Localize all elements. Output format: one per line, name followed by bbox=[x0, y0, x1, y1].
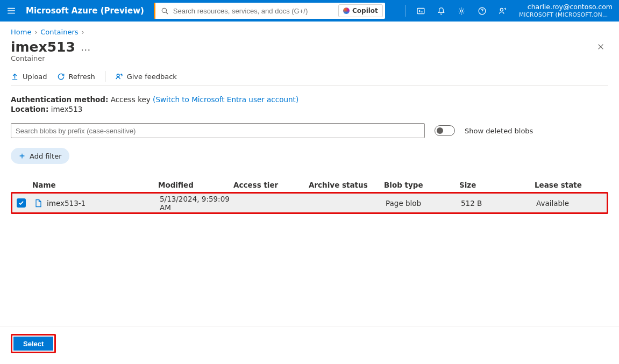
cloud-shell-icon bbox=[416, 6, 425, 16]
location-label: Location: bbox=[11, 105, 48, 113]
brand-title[interactable]: Microsoft Azure (Preview) bbox=[23, 6, 154, 16]
svg-point-5 bbox=[117, 74, 119, 76]
add-filter-button[interactable]: Add filter bbox=[11, 148, 69, 164]
feedback-icon bbox=[115, 73, 123, 81]
title-more-button[interactable]: ⋯ bbox=[81, 39, 91, 55]
cell-lease-state: Available bbox=[536, 199, 611, 208]
separator bbox=[405, 5, 406, 17]
col-blob-type[interactable]: Blob type bbox=[384, 181, 459, 189]
cell-size: 512 B bbox=[461, 199, 536, 208]
copilot-button[interactable]: Copilot bbox=[338, 4, 383, 17]
breadcrumb-containers[interactable]: Containers bbox=[40, 28, 78, 36]
account-tenant: MICROSOFT (MICROSOFT.ONMI… bbox=[519, 11, 613, 18]
upload-button[interactable]: Upload bbox=[11, 72, 47, 82]
page-body: Home › Containers › imex513 ⋯ Container … bbox=[0, 22, 619, 364]
help-icon bbox=[478, 6, 487, 16]
page-subtitle: Container bbox=[11, 54, 608, 62]
breadcrumb: Home › Containers › bbox=[11, 22, 608, 39]
search-icon bbox=[161, 7, 169, 15]
show-deleted-label: Show deleted blobs bbox=[465, 127, 533, 135]
bell-icon bbox=[437, 6, 446, 16]
global-search[interactable]: Copilot bbox=[154, 3, 385, 19]
cell-blob-type: Page blob bbox=[386, 199, 461, 208]
blob-table: Name Modified Access tier Archive status… bbox=[11, 178, 608, 214]
close-icon bbox=[597, 43, 604, 51]
col-access-tier[interactable]: Access tier bbox=[233, 181, 309, 189]
auth-method-label: Authentication method: bbox=[11, 95, 108, 104]
global-search-input[interactable] bbox=[169, 7, 338, 15]
footer: Select bbox=[0, 326, 619, 364]
select-button[interactable]: Select bbox=[13, 337, 53, 351]
blob-search-input[interactable] bbox=[11, 123, 425, 138]
col-lease-state[interactable]: Lease state bbox=[535, 181, 610, 189]
col-size[interactable]: Size bbox=[459, 181, 535, 189]
chevron-right-icon: › bbox=[82, 28, 84, 36]
col-archive-status[interactable]: Archive status bbox=[309, 181, 384, 189]
file-icon bbox=[34, 199, 42, 208]
menu-icon bbox=[6, 6, 16, 16]
separator bbox=[105, 71, 105, 82]
meta-block: Authentication method: Access key (Switc… bbox=[11, 94, 608, 115]
help-button[interactable] bbox=[472, 0, 492, 22]
refresh-button[interactable]: Refresh bbox=[57, 72, 95, 82]
feedback-button[interactable] bbox=[492, 0, 513, 22]
top-bar: Microsoft Azure (Preview) Copilot charli… bbox=[0, 0, 619, 22]
table-row[interactable]: imex513-1 5/13/2024, 9:59:09 AM Page blo… bbox=[12, 194, 607, 212]
copilot-icon bbox=[343, 8, 350, 14]
filter-icon bbox=[18, 152, 26, 160]
cloud-shell-button[interactable] bbox=[410, 0, 431, 22]
check-icon bbox=[18, 200, 24, 206]
settings-button[interactable] bbox=[451, 0, 472, 22]
svg-point-4 bbox=[500, 8, 503, 11]
refresh-label: Refresh bbox=[69, 73, 95, 81]
show-deleted-toggle[interactable] bbox=[435, 125, 455, 136]
col-modified[interactable]: Modified bbox=[158, 181, 233, 189]
switch-auth-link[interactable]: (Switch to Microsoft Entra user account) bbox=[153, 95, 298, 104]
copilot-label: Copilot bbox=[352, 7, 378, 15]
row-checkbox[interactable] bbox=[17, 198, 26, 208]
svg-rect-1 bbox=[417, 8, 424, 13]
gear-icon bbox=[457, 6, 466, 16]
toolbar: Upload Refresh Give feedback bbox=[11, 71, 608, 85]
hamburger-menu[interactable] bbox=[0, 0, 23, 22]
svg-point-2 bbox=[460, 10, 463, 12]
notifications-button[interactable] bbox=[431, 0, 451, 22]
add-filter-label: Add filter bbox=[30, 152, 62, 160]
account-email: charlie.roy@contoso.com bbox=[519, 3, 613, 11]
give-feedback-button[interactable]: Give feedback bbox=[115, 72, 177, 82]
close-blade-button[interactable] bbox=[593, 39, 608, 54]
refresh-icon bbox=[57, 73, 65, 81]
upload-icon bbox=[11, 73, 19, 81]
upload-label: Upload bbox=[23, 73, 47, 81]
cell-modified: 5/13/2024, 9:59:09 AM bbox=[160, 195, 235, 212]
table-header: Name Modified Access tier Archive status… bbox=[11, 178, 608, 192]
svg-point-0 bbox=[162, 8, 166, 12]
cell-name: imex513-1 bbox=[47, 199, 86, 208]
page-title: imex513 bbox=[11, 39, 75, 55]
auth-method-value: Access key bbox=[111, 95, 151, 104]
chevron-right-icon: › bbox=[34, 28, 37, 36]
account-menu[interactable]: charlie.roy@contoso.com MICROSOFT (MICRO… bbox=[513, 1, 615, 20]
breadcrumb-home[interactable]: Home bbox=[11, 28, 31, 36]
give-feedback-label: Give feedback bbox=[127, 73, 177, 81]
col-name[interactable]: Name bbox=[32, 181, 158, 189]
feedback-person-icon bbox=[498, 6, 507, 16]
location-value: imex513 bbox=[51, 105, 83, 113]
